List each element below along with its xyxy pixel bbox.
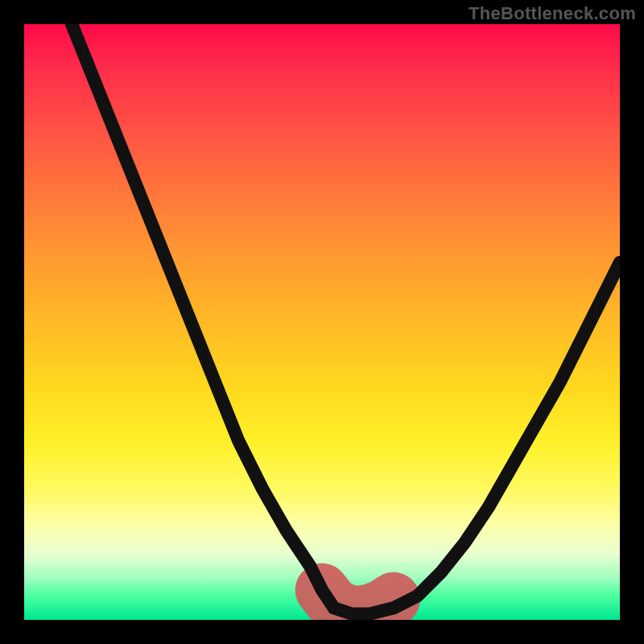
plot-area [24,24,620,620]
chart-frame: TheBottleneck.com [0,0,644,644]
chart-svg [24,24,620,620]
watermark-text: TheBottleneck.com [469,3,636,24]
bottleneck-curve [72,24,620,614]
